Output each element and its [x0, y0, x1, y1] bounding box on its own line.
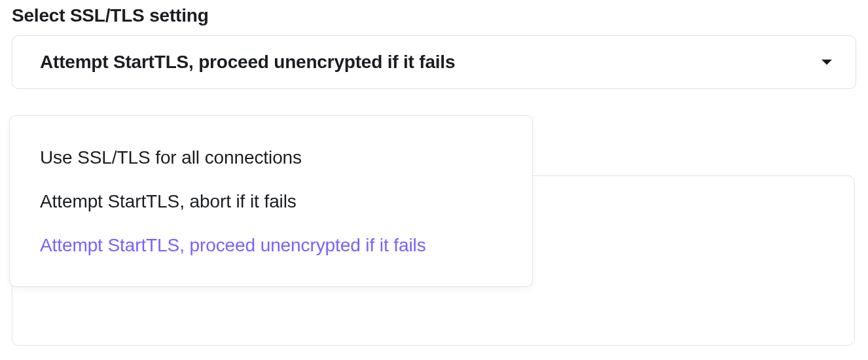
caret-down-icon [822, 60, 832, 65]
option-starttls-abort[interactable]: Attempt StartTLS, abort if it fails [18, 179, 524, 223]
option-use-ssl-tls[interactable]: Use SSL/TLS for all connections [18, 135, 524, 179]
ssl-tls-select[interactable]: Attempt StartTLS, proceed unencrypted if… [12, 35, 856, 89]
select-current-value: Attempt StartTLS, proceed unencrypted if… [40, 52, 455, 73]
field-label: Select SSL/TLS setting [12, 5, 856, 26]
option-starttls-proceed[interactable]: Attempt StartTLS, proceed unencrypted if… [18, 223, 524, 267]
ssl-tls-dropdown: Use SSL/TLS for all connections Attempt … [9, 115, 533, 287]
